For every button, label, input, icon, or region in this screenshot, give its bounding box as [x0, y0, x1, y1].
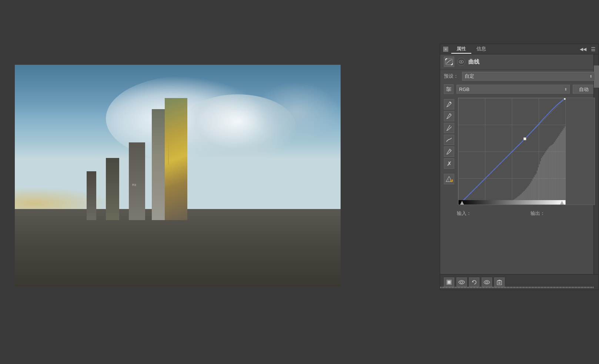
panel-header: 曲线 [440, 54, 599, 70]
svg-line-16 [449, 150, 451, 151]
reset-button[interactable] [469, 277, 479, 287]
pencil-icon [446, 148, 452, 155]
pencil-curve-button[interactable] [444, 146, 454, 157]
channel-icon-svg [445, 86, 452, 92]
add-mask-button[interactable] [444, 277, 454, 287]
curves-canvas[interactable] [458, 98, 566, 205]
eyedropper-gray-icon [446, 113, 452, 119]
city-image: Rit [15, 65, 341, 287]
panel-title-label: 曲线 [468, 58, 479, 65]
svg-text:!: ! [451, 179, 452, 182]
smooth-curve-icon [446, 137, 452, 143]
svg-point-14 [450, 114, 451, 115]
layer-visibility-icon[interactable] [457, 58, 465, 66]
building-left-2 [87, 171, 96, 220]
panel-titlebar: × 属性 信息 ◀◀ ☰ [440, 44, 599, 54]
warning-button[interactable]: ! ! [444, 174, 454, 184]
building-left-1 [106, 158, 119, 220]
eye-icon-2 [483, 280, 490, 284]
svg-point-8 [447, 87, 448, 88]
bottom-dots [440, 288, 593, 289]
tab-properties[interactable]: 属性 [451, 45, 471, 54]
preset-arrow-icon: ⬍ [589, 74, 592, 78]
tool-separator [444, 170, 456, 172]
svg-point-13 [450, 102, 451, 103]
eyedropper-black-icon [446, 125, 452, 131]
crane [168, 138, 169, 165]
preset-label: 预设： [444, 73, 458, 80]
svg-point-15 [450, 126, 451, 127]
visibility-eye-icon [458, 280, 465, 284]
eye-icon-svg [459, 60, 464, 64]
tab-info[interactable]: 信息 [471, 45, 491, 54]
curves-container: ✗ ! ! [440, 95, 599, 207]
channel-dropdown[interactable]: RGB ⬍ [456, 85, 570, 94]
reset-icon [471, 279, 477, 285]
building-text: Rit [132, 183, 136, 187]
curves-adjustment-icon[interactable] [444, 57, 454, 67]
svg-point-10 [449, 88, 450, 90]
channel-value: RGB [459, 87, 469, 92]
curves-icon-svg [445, 58, 453, 65]
preset-dropdown[interactable]: 自定 ⬍ [462, 72, 595, 81]
smooth-button[interactable]: ✗ [444, 158, 454, 169]
eyedropper-white-icon [446, 101, 452, 108]
eyedropper-black-button[interactable] [444, 123, 454, 133]
bottom-toolbar [440, 274, 599, 290]
visibility-button-2[interactable] [482, 277, 492, 287]
io-row: 输入： 输出： [440, 207, 599, 220]
city-low-layer [15, 209, 341, 287]
eyedropper-white-button[interactable] [444, 99, 454, 109]
dots-pattern [440, 287, 593, 288]
svg-point-22 [461, 281, 463, 283]
preset-value: 自定 [465, 73, 474, 80]
tools-sidebar: ✗ ! ! [444, 98, 456, 205]
channel-dropdown-container: RGB ⬍ [456, 85, 570, 94]
preset-row: 预设： 自定 ⬍ [440, 70, 599, 83]
panel-controls: ◀◀ ☰ [580, 46, 596, 52]
main-canvas: Rit [15, 65, 341, 287]
eyedropper-gray-button[interactable] [444, 111, 454, 121]
smooth-curve-button[interactable] [444, 135, 454, 145]
panel-tabs: × 属性 信息 [443, 45, 491, 54]
channel-settings-icon[interactable] [444, 84, 454, 94]
panel-menu-button[interactable]: ☰ [591, 46, 596, 52]
output-label: 输出： [531, 210, 545, 217]
building-mid [129, 142, 145, 220]
trash-icon [497, 279, 502, 285]
svg-point-23 [486, 281, 488, 283]
input-label: 输入： [457, 210, 471, 217]
svg-point-6 [461, 61, 462, 63]
svg-text:!: ! [448, 178, 449, 182]
preset-dropdown-container: 自定 ⬍ [462, 72, 595, 81]
panel-close-button[interactable]: × [443, 47, 448, 52]
visibility-toggle-button[interactable] [456, 277, 467, 287]
svg-rect-21 [448, 281, 451, 284]
delete-button[interactable] [494, 277, 505, 287]
mask-icon [446, 279, 452, 285]
svg-point-12 [448, 90, 449, 91]
channel-arrow-icon: ⬍ [564, 87, 567, 91]
cloud-3 [252, 82, 341, 143]
channel-row: RGB ⬍ 自动 [440, 83, 599, 95]
warning-icon: ! ! [445, 176, 453, 182]
curves-graph[interactable] [458, 98, 595, 205]
panel-collapse-button[interactable]: ◀◀ [580, 47, 586, 52]
properties-panel: × 属性 信息 ◀◀ ☰ 曲线 [440, 44, 599, 290]
auto-button[interactable]: 自动 [573, 85, 595, 94]
